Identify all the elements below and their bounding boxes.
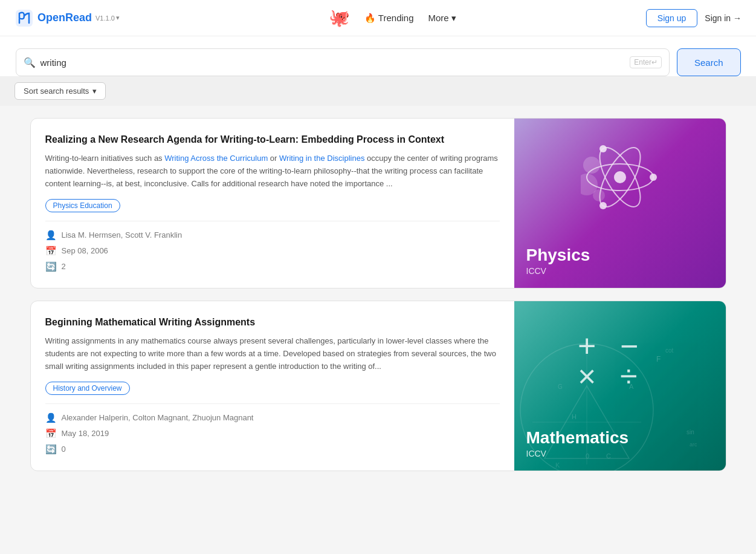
header-nav: 🐙 🔥 Trending More ▾ [139,8,646,28]
paper-authors: Alexander Halperin, Colton Magnant, Zhuo… [62,413,254,422]
table-row: Beginning Mathematical Writing Assignmen… [30,301,726,471]
paper-thumbnail-math: F cot A H G 1 0 C sin arc K + − [514,301,726,471]
svg-text:÷: ÷ [620,359,638,390]
search-input-wrapper: 🔍 Enter↵ [16,48,670,76]
svg-point-10 [593,189,605,201]
paper-citations: 0 [62,445,66,454]
search-section: 🔍 Enter↵ Search [0,36,756,76]
enter-hint: Enter↵ [630,56,662,68]
paper-thumbnail-physics: Physics ICCV [514,119,726,288]
paper-abstract: Writing assignments in any mathematics c… [45,335,500,373]
signup-button[interactable]: Sign up [646,9,697,27]
date-row: 📅 Sep 08, 2006 [45,246,500,256]
logo-area[interactable]: OpenRead V1.1.0 ▾ [15,8,120,28]
paper-date: Sep 08, 2006 [62,246,108,255]
authors-row: 👤 Lisa M. Hermsen, Scott V. Franklin [45,230,500,241]
card-meta: 👤 Alexander Halperin, Colton Magnant, Zh… [45,412,500,455]
chevron-down-icon: ▾ [451,13,456,24]
table-row: Realizing a New Research Agenda for Writ… [30,118,726,288]
calendar-icon: 📅 [45,428,57,439]
thumbnail-icon-area: + − × ÷ [560,301,680,419]
signin-button[interactable]: Sign in → [705,13,741,23]
citations-row: 🔄 0 [45,444,500,455]
citation-icon: 🔄 [45,444,57,455]
svg-point-6 [599,145,607,152]
svg-point-7 [599,202,607,209]
search-bar-container: 🔍 Enter↵ Search [16,48,741,76]
card-divider [45,403,500,404]
thumbnail-subject: Physics [526,246,714,265]
thumbnail-label-area: Mathematics ICCV [514,419,726,471]
mascot-icon[interactable]: 🐙 [329,8,350,28]
citation-icon: 🔄 [45,261,57,272]
trending-nav-item[interactable]: 🔥 Trending [364,13,414,24]
chevron-down-icon: ▾ [92,86,97,96]
atom-icon [581,141,659,213]
sort-bar: Sort search results ▾ [0,76,756,106]
person-icon: 👤 [45,412,57,423]
thumbnail-label-area: Physics ICCV [514,236,726,288]
search-input[interactable] [40,57,630,68]
main-content: Realizing a New Research Agenda for Writ… [16,106,741,483]
thumbnail-icon-area [569,119,671,236]
citations-row: 🔄 2 [45,261,500,272]
person-icon: 👤 [45,230,57,241]
search-button[interactable]: Search [677,48,741,76]
paper-date: May 18, 2019 [62,429,109,438]
card-content-1: Realizing a New Research Agenda for Writ… [31,119,514,288]
sort-button[interactable]: Sort search results ▾ [15,82,106,100]
openread-logo-icon [15,8,34,28]
abstract-link-2[interactable]: Writing in the Disciplines [279,154,364,163]
thumbnail-conf: ICCV [526,266,714,276]
abstract-link-1[interactable]: Writing Across the Curriculum [164,154,268,163]
search-icon: 🔍 [24,57,36,68]
math-operators-icon: + − × ÷ [572,330,668,390]
card-meta: 👤 Lisa M. Hermsen, Scott V. Franklin 📅 S… [45,230,500,272]
header-actions: Sign up Sign in → [646,9,741,27]
svg-point-5 [650,174,657,181]
authors-row: 👤 Alexander Halperin, Colton Magnant, Zh… [45,412,500,423]
svg-text:×: × [578,359,596,390]
paper-title[interactable]: Realizing a New Research Agenda for Writ… [45,133,500,146]
date-row: 📅 May 18, 2019 [45,428,500,439]
paper-citations: 2 [62,262,66,271]
paper-authors: Lisa M. Hermsen, Scott V. Franklin [62,230,183,240]
logo-version: V1.1.0 ▾ [95,14,120,22]
paper-tag[interactable]: History and Overview [45,382,130,395]
main-header: OpenRead V1.1.0 ▾ 🐙 🔥 Trending More ▾ Si… [0,0,756,36]
paper-tag[interactable]: Physics Education [45,199,120,212]
thumbnail-conf: ICCV [526,449,714,458]
more-nav-item[interactable]: More ▾ [428,13,456,24]
card-divider [45,221,500,221]
svg-point-1 [614,171,626,183]
svg-point-8 [583,157,600,174]
thumbnail-subject: Mathematics [526,428,714,448]
logo-text: OpenRead [37,11,92,24]
calendar-icon: 📅 [45,246,57,256]
paper-abstract: Writing-to-learn initiatives such as Wri… [45,152,500,190]
paper-title[interactable]: Beginning Mathematical Writing Assignmen… [45,316,500,329]
card-content-2: Beginning Mathematical Writing Assignmen… [31,301,514,471]
